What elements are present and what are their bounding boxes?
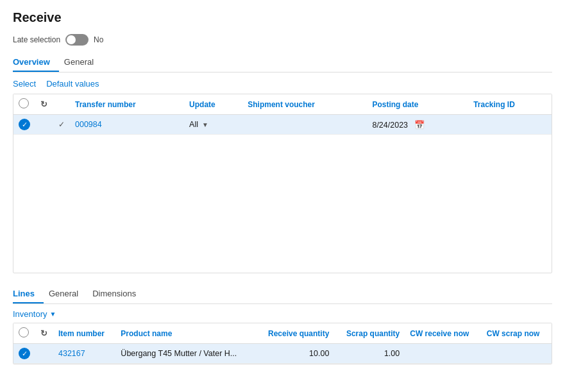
lower-row-cw-receive-now[interactable]	[405, 344, 482, 364]
upper-th-update: Update	[184, 94, 242, 115]
lower-th-item-number: Item number	[53, 323, 115, 344]
lower-th-refresh[interactable]: ↻	[35, 323, 53, 344]
row-refresh-cell	[35, 115, 53, 135]
lower-row-scrap-quantity[interactable]: 1.00	[334, 344, 405, 364]
upper-table-header-row: ↻ Transfer number Update Shipment vouche…	[13, 94, 552, 115]
lower-table-header-row: ↻ Item number Product name Receive quant…	[13, 323, 552, 344]
top-tabs: Overview General	[13, 53, 552, 72]
lower-table-row[interactable]: ✓ 432167 Übergang T45 Mutter / Vater H..…	[13, 344, 552, 364]
checkmark-icon: ✓	[58, 120, 65, 129]
upper-table-row[interactable]: ✓ ✓ 000984 All ▼	[13, 115, 552, 135]
lower-th-cw-scrap-now: CW scrap now	[482, 323, 552, 344]
row-checked-icon: ✓	[19, 119, 30, 130]
tab-lines[interactable]: Lines	[13, 285, 44, 303]
late-selection-label: Late selection	[13, 35, 60, 44]
lower-select-all-checkbox[interactable]	[19, 327, 29, 337]
row-checkbox-cell[interactable]: ✓	[13, 115, 35, 135]
inventory-section[interactable]: Inventory ▼	[13, 309, 552, 319]
lower-row-refresh-cell	[35, 344, 53, 364]
tab-lines-general[interactable]: General	[49, 285, 87, 303]
page-title: Receive	[13, 10, 552, 25]
scrap-quantity-value: 1.00	[384, 349, 400, 358]
row-checkmark-cell: ✓	[53, 115, 70, 135]
select-all-checkbox[interactable]	[19, 98, 29, 108]
product-name-value: Übergang T45 Mutter / Vater H...	[121, 349, 237, 358]
lower-table-wrapper: ↻ Item number Product name Receive quant…	[13, 323, 552, 364]
upper-th-transfer-number: Transfer number	[70, 94, 184, 115]
refresh-icon[interactable]: ↻	[40, 99, 47, 109]
late-selection-section: Late selection No	[13, 34, 552, 46]
inventory-label: Inventory	[13, 309, 47, 319]
lower-th-product-name: Product name	[115, 323, 255, 344]
update-value: All	[189, 120, 198, 129]
calendar-icon[interactable]: 📅	[414, 120, 425, 130]
late-selection-toggle[interactable]	[65, 34, 89, 46]
upper-table-wrapper: ↻ Transfer number Update Shipment vouche…	[13, 94, 552, 273]
upper-th-tracking-id: Tracking ID	[468, 94, 552, 115]
lower-th-checkbox[interactable]	[13, 323, 35, 344]
lower-row-receive-quantity[interactable]: 10.00	[255, 344, 334, 364]
lines-tabs: Lines General Dimensions	[13, 285, 552, 304]
upper-th-check	[53, 94, 70, 115]
transfer-number-link[interactable]: 000984	[75, 120, 102, 129]
upper-th-refresh[interactable]: ↻	[35, 94, 53, 115]
toggle-slider	[65, 34, 89, 46]
posting-date-value: 8/24/2023	[372, 121, 408, 130]
inventory-chevron-icon: ▼	[49, 311, 56, 318]
lower-th-receive-quantity: Receive quantity	[255, 323, 334, 344]
tab-dimensions[interactable]: Dimensions	[92, 285, 145, 303]
default-values-link[interactable]: Default values	[46, 79, 99, 89]
row-tracking-id[interactable]	[468, 115, 552, 135]
row-posting-date: 8/24/2023 📅	[367, 115, 468, 135]
receive-quantity-value: 10.00	[309, 349, 329, 358]
actions-row: Select Default values	[13, 79, 552, 89]
lower-row-checked-icon: ✓	[19, 348, 30, 359]
row-update[interactable]: All ▼	[184, 115, 242, 135]
upper-th-checkbox[interactable]	[13, 94, 35, 115]
tab-general[interactable]: General	[64, 53, 103, 72]
late-selection-value: No	[94, 35, 103, 44]
select-link[interactable]: Select	[13, 79, 36, 89]
update-dropdown[interactable]: All ▼	[189, 120, 237, 129]
dropdown-arrow-icon: ▼	[202, 121, 208, 128]
upper-table: ↻ Transfer number Update Shipment vouche…	[13, 94, 552, 135]
lower-row-checkbox-cell[interactable]: ✓	[13, 344, 35, 364]
upper-th-posting-date: Posting date	[367, 94, 468, 115]
lower-th-scrap-quantity: Scrap quantity	[334, 323, 405, 344]
lower-th-cw-receive-now: CW receive now	[405, 323, 482, 344]
lower-row-item-number[interactable]: 432167	[53, 344, 115, 364]
tab-overview[interactable]: Overview	[13, 53, 59, 72]
item-number-link[interactable]: 432167	[58, 349, 85, 358]
row-transfer-number[interactable]: 000984	[70, 115, 184, 135]
row-shipment-voucher[interactable]	[242, 115, 367, 135]
lower-row-product-name: Übergang T45 Mutter / Vater H...	[115, 344, 255, 364]
upper-th-shipment-voucher: Shipment voucher	[242, 94, 367, 115]
lower-refresh-icon[interactable]: ↻	[40, 328, 47, 338]
lower-table: ↻ Item number Product name Receive quant…	[13, 323, 552, 364]
lower-row-cw-scrap-now[interactable]	[482, 344, 552, 364]
